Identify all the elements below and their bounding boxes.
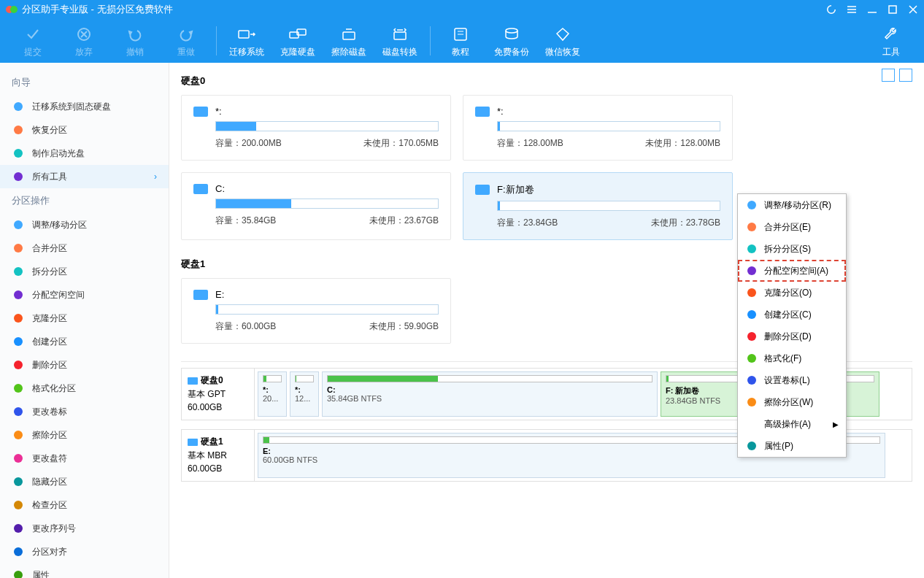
context-menu-item[interactable]: 拆分分区(S) <box>738 238 846 260</box>
sidebar-item-label: 删除分区 <box>32 359 67 371</box>
disk-map-size: 60.00GB <box>188 402 248 412</box>
sidebar: 向导 迁移系统到固态硬盘恢复分区制作启动光盘所有工具› 分区操作 调整/移动分区… <box>0 63 169 578</box>
redo-button[interactable]: 重做 <box>161 24 212 58</box>
minimize-icon[interactable] <box>867 4 877 15</box>
commit-button[interactable]: 提交 <box>7 24 58 58</box>
backup-button[interactable]: 免费备份 <box>486 24 537 58</box>
usage-bar <box>497 201 720 211</box>
svg-rect-8 <box>394 32 406 39</box>
svg-point-38 <box>747 354 756 363</box>
context-menu-item[interactable]: 删除分区(D) <box>738 325 846 347</box>
sidebar-op-item[interactable]: 拆分分区 <box>0 260 169 283</box>
titlebar: 分区助手专业版 - 无损分区免费软件 <box>0 0 924 19</box>
svg-point-15 <box>14 220 23 229</box>
sidebar-op-item[interactable]: 属性 <box>0 563 169 578</box>
sidebar-op-item[interactable]: 擦除分区 <box>0 423 169 447</box>
list-view-icon[interactable] <box>899 69 912 82</box>
context-menu-item[interactable]: 擦除分区(W) <box>738 391 846 413</box>
convert-button[interactable]: 磁盘转换 <box>374 24 426 58</box>
context-menu-item[interactable]: 克隆分区(O) <box>738 282 846 304</box>
context-menu-item[interactable]: 属性(P) <box>738 435 846 457</box>
clone-button[interactable]: 克隆硬盘 <box>272 24 323 58</box>
svg-point-36 <box>747 310 756 319</box>
migrate-button[interactable]: 迁移系统 <box>221 24 272 58</box>
sidebar-op-item[interactable]: 删除分区 <box>0 353 169 377</box>
disk-map-name: 硬盘0 <box>188 374 248 387</box>
context-menu-item[interactable]: 分配空闲空间(A) <box>738 260 846 282</box>
sidebar-wizard-item[interactable]: 制作启动光盘 <box>0 142 169 165</box>
chevron-right-icon: ▶ <box>833 420 839 428</box>
context-menu-label: 格式化(F) <box>764 352 801 365</box>
op-icon <box>12 265 25 278</box>
tutorial-button[interactable]: 教程 <box>435 24 486 58</box>
sidebar-op-item[interactable]: 更改卷标 <box>0 400 169 423</box>
sidebar-op-item[interactable]: 调整/移动分区 <box>0 213 169 236</box>
svg-point-25 <box>14 454 23 463</box>
discard-button[interactable]: 放弃 <box>58 24 109 58</box>
disk-map-partition[interactable]: C:35.84GB NTFS <box>322 371 658 417</box>
sidebar-wizard-item[interactable]: 恢复分区 <box>0 118 169 142</box>
disk-map-part-info: 12... <box>295 394 314 403</box>
maximize-icon[interactable] <box>888 4 898 15</box>
move-icon <box>745 199 758 212</box>
disk-header: 硬盘0 <box>181 74 912 88</box>
sidebar-item-label: 所有工具 <box>32 171 67 183</box>
refresh-icon[interactable] <box>826 4 836 15</box>
context-menu-label: 删除分区(D) <box>764 331 812 343</box>
context-menu-label: 擦除分区(W) <box>764 396 813 409</box>
partition-icon <box>193 290 208 300</box>
context-menu-label: 合并分区(E) <box>764 221 811 234</box>
context-menu-item[interactable]: 设置卷标(L) <box>738 369 846 391</box>
svg-point-24 <box>14 431 23 439</box>
wechat-button[interactable]: 微信恢复 <box>537 24 588 58</box>
context-menu-item[interactable]: 合并分区(E) <box>738 216 846 238</box>
sidebar-op-item[interactable]: 格式化分区 <box>0 377 169 400</box>
disk-map-type: 基本 GPT <box>188 388 248 401</box>
context-menu: 调整/移动分区(R)合并分区(E)拆分分区(S)分配空闲空间(A)克隆分区(O)… <box>737 193 847 458</box>
context-menu-item[interactable]: 格式化(F) <box>738 347 846 369</box>
close-icon[interactable] <box>908 4 918 15</box>
partition-card[interactable]: E: 容量：60.00GB未使用：59.90GB <box>181 278 451 344</box>
sidebar-wizard-item[interactable]: 所有工具› <box>0 165 169 188</box>
sidebar-op-item[interactable]: 隐藏分区 <box>0 470 169 493</box>
sidebar-op-item[interactable]: 更改盘符 <box>0 447 169 470</box>
disk-map-part-info: 20... <box>263 394 282 403</box>
svg-rect-7 <box>343 32 355 39</box>
sidebar-item-label: 擦除分区 <box>32 429 67 442</box>
sidebar-wizard-item[interactable]: 迁移系统到固态硬盘 <box>0 95 169 118</box>
sidebar-ops-header: 分区操作 <box>0 188 169 213</box>
undo-button[interactable]: 撤销 <box>109 24 161 58</box>
op-icon <box>12 452 25 465</box>
sidebar-op-item[interactable]: 检查分区 <box>0 493 169 517</box>
wizard-icon <box>12 147 25 160</box>
partition-card[interactable]: *: 容量：128.00MB未使用：128.00MB <box>463 95 733 161</box>
disk-map-type: 基本 MBR <box>188 450 248 462</box>
sidebar-op-item[interactable]: 创建分区 <box>0 330 169 353</box>
sidebar-op-item[interactable]: 分区对齐 <box>0 540 169 563</box>
usage-bar <box>215 121 439 131</box>
svg-point-16 <box>14 244 23 253</box>
partition-icon <box>193 184 208 194</box>
context-menu-item[interactable]: 调整/移动分区(R) <box>738 194 846 216</box>
partition-card[interactable]: C: 容量：35.84GB未使用：23.67GB <box>181 172 451 240</box>
sidebar-op-item[interactable]: 分配空闲空间 <box>0 283 169 307</box>
free-label: 未使用：23.78GB <box>651 217 720 229</box>
partition-card[interactable]: *: 容量：200.00MB未使用：170.05MB <box>181 95 451 161</box>
sidebar-op-item[interactable]: 克隆分区 <box>0 307 169 330</box>
tools-button[interactable]: 工具 <box>866 24 917 58</box>
svg-point-22 <box>14 384 23 393</box>
disk-map-part-name: *: <box>263 385 282 394</box>
context-menu-item[interactable]: 创建分区(C) <box>738 304 846 325</box>
sidebar-item-label: 拆分分区 <box>32 266 67 278</box>
disk-map-partition[interactable]: *:12... <box>290 371 319 417</box>
wipe-button[interactable]: 擦除磁盘 <box>323 24 374 58</box>
partition-card[interactable]: F:新加卷 容量：23.84GB未使用：23.78GB <box>463 172 733 240</box>
grid-view-icon[interactable] <box>882 69 895 82</box>
disk-map-partition[interactable]: *:20... <box>258 371 287 417</box>
op-icon <box>12 218 25 231</box>
sidebar-op-item[interactable]: 更改序列号 <box>0 517 169 540</box>
menu-icon[interactable] <box>847 4 857 15</box>
svg-point-19 <box>14 314 23 323</box>
context-menu-item[interactable]: 高级操作(A)▶ <box>738 413 846 435</box>
sidebar-op-item[interactable]: 合并分区 <box>0 236 169 260</box>
